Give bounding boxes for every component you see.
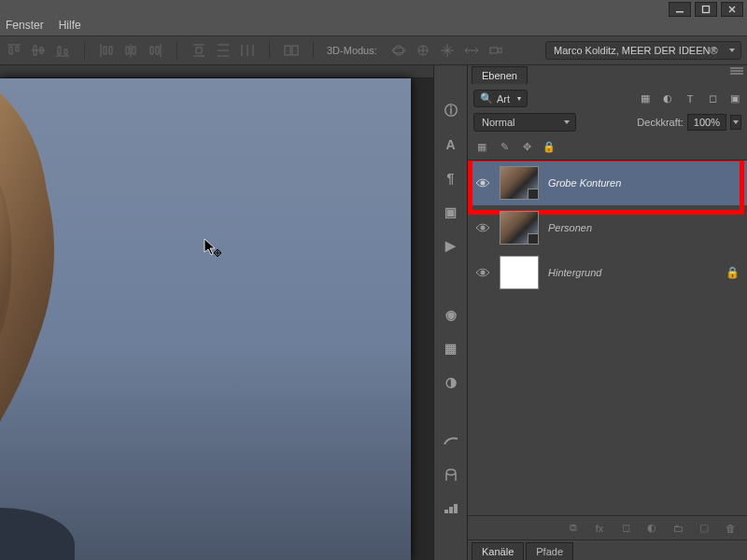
svg-rect-8 (444, 510, 448, 513)
filter-shape-icon[interactable]: ◻ (706, 92, 719, 105)
menu-item-fenster[interactable]: Fenster (6, 19, 44, 35)
camera-icon[interactable] (487, 42, 504, 59)
layer-filter-kind-dropdown[interactable]: 🔍 Art ▾ (473, 90, 528, 107)
play-panel-icon[interactable]: ▶ (441, 237, 461, 254)
minimize-button[interactable] (669, 2, 691, 17)
opacity-value[interactable]: 100% (687, 114, 726, 131)
filter-kind-label: Art (497, 93, 510, 105)
slide-icon[interactable] (463, 42, 480, 59)
tab-kanaele[interactable]: Kanäle (472, 542, 524, 560)
layer-thumbnail[interactable] (500, 256, 539, 289)
lock-position-icon[interactable]: ✥ (518, 139, 535, 154)
auto-align-icon-group (283, 42, 300, 59)
adjustment-layer-icon[interactable]: ◐ (644, 521, 659, 536)
orbit-icon[interactable] (390, 42, 407, 59)
svg-rect-1 (703, 7, 710, 13)
search-icon: 🔍 (480, 92, 493, 105)
fx-icon[interactable]: fx (592, 521, 607, 536)
separator (269, 42, 270, 59)
pan-icon[interactable] (439, 42, 456, 59)
tab-ebenen[interactable]: Ebenen (472, 66, 528, 84)
filter-type-icon[interactable]: T (684, 92, 697, 105)
menu-item-hilfe[interactable]: Hilfe (59, 19, 81, 35)
svg-rect-9 (449, 507, 453, 513)
brush-presets-icon[interactable] (441, 467, 461, 483)
trash-icon[interactable]: 🗑 (723, 521, 738, 536)
visibility-toggle-icon[interactable] (475, 265, 490, 280)
lock-icon: 🔒 (726, 266, 740, 279)
document-canvas[interactable] (0, 78, 411, 560)
svg-rect-10 (454, 504, 458, 513)
filter-adjust-icon[interactable]: ◐ (661, 92, 674, 105)
lock-transparency-icon[interactable]: ▦ (473, 139, 490, 154)
svg-rect-7 (490, 48, 498, 53)
collapsed-panel-strip: ⓘ A ¶ ▣ ▶ ◉ ▦ ◑ (433, 65, 467, 560)
align-vcenter-icon[interactable] (30, 42, 47, 59)
roll-icon[interactable] (415, 42, 431, 59)
options-bar: 3D-Modus: Marco Kolditz, MEER DER IDEEN® (0, 35, 747, 65)
brush-panel-icon[interactable] (441, 433, 461, 450)
blend-mode-dropdown[interactable]: Normal (473, 113, 576, 132)
layer-row[interactable]: Hintergrund 🔒 (468, 250, 747, 295)
svg-rect-0 (676, 11, 684, 13)
opacity-flyout-icon[interactable] (730, 115, 741, 130)
move-cursor-icon (202, 237, 224, 259)
swatches-panel-icon[interactable]: ▦ (441, 340, 461, 357)
clone-panel-icon[interactable]: ▣ (441, 203, 461, 220)
layer-name[interactable]: Grobe Konturen (548, 177, 621, 189)
svg-rect-2 (285, 46, 290, 55)
image-subject (0, 78, 168, 560)
menubar: Fenster Hilfe (0, 19, 747, 35)
distribute-icon-group (98, 42, 163, 59)
bottom-panel-tabbar: Kanäle Pfade (468, 539, 747, 560)
auto-align-icon[interactable] (283, 42, 300, 59)
lock-all-icon[interactable]: 🔒 (541, 139, 557, 154)
layer-name[interactable]: Personen (548, 222, 592, 233)
layer-row[interactable]: Grobe Konturen (468, 161, 747, 205)
distribute-hcenter-icon[interactable] (122, 42, 139, 59)
mask-icon[interactable]: ◻ (618, 521, 633, 536)
color-panel-icon[interactable]: ◉ (441, 306, 461, 323)
align-icon-group (6, 42, 71, 59)
visibility-toggle-icon[interactable] (475, 220, 490, 235)
align-bottom-icon[interactable] (54, 42, 71, 59)
mode3d-label: 3D-Modus: (327, 45, 377, 56)
close-button[interactable] (721, 2, 743, 17)
dist-v3-icon[interactable] (239, 42, 256, 59)
layers-panel-controls: 🔍 Art ▾ ▦ ◐ T ◻ ▣ Normal Deckkraft: (468, 84, 747, 161)
styles-panel-icon[interactable] (441, 500, 461, 517)
separator (84, 42, 85, 59)
distribute-left-icon[interactable] (98, 42, 115, 59)
tab-pfade[interactable]: Pfade (526, 542, 573, 560)
filter-pixel-icon[interactable]: ▦ (639, 92, 652, 105)
svg-point-12 (481, 226, 486, 231)
character-panel-icon[interactable]: A (441, 136, 461, 153)
layer-thumbnail[interactable] (500, 211, 539, 245)
dist-v1-icon[interactable] (190, 42, 207, 59)
link-layers-icon[interactable]: ⧉ (566, 521, 581, 536)
separator (313, 42, 314, 59)
workspace-dropdown[interactable]: Marco Kolditz, MEER DER IDEEN® (545, 41, 741, 60)
separator (176, 42, 177, 59)
visibility-toggle-icon[interactable] (475, 175, 490, 190)
adjustments-panel-icon[interactable]: ◑ (441, 373, 461, 390)
layer-thumbnail[interactable] (500, 166, 539, 200)
new-layer-icon[interactable]: ▢ (697, 521, 712, 536)
distribute2-icon-group (190, 42, 256, 59)
svg-point-11 (481, 181, 486, 186)
group-icon[interactable]: 🗀 (670, 521, 685, 536)
dist-v2-icon[interactable] (215, 42, 232, 59)
layers-panel-footer: ⧉ fx ◻ ◐ 🗀 ▢ 🗑 (468, 515, 747, 539)
paragraph-panel-icon[interactable]: ¶ (441, 170, 461, 187)
layer-row[interactable]: Personen (468, 205, 747, 250)
align-top-icon[interactable] (6, 42, 22, 59)
filter-smart-icon[interactable]: ▣ (728, 92, 741, 105)
ruler-horizontal (0, 65, 433, 78)
info-panel-icon[interactable]: ⓘ (441, 103, 461, 119)
distribute-right-icon[interactable] (147, 42, 163, 59)
layer-name[interactable]: Hintergrund (548, 267, 601, 278)
lock-pixels-icon[interactable]: ✎ (496, 139, 513, 154)
maximize-button[interactable] (695, 2, 717, 17)
panel-menu-icon[interactable] (730, 67, 743, 77)
panel-tabbar: Ebenen (468, 65, 747, 84)
